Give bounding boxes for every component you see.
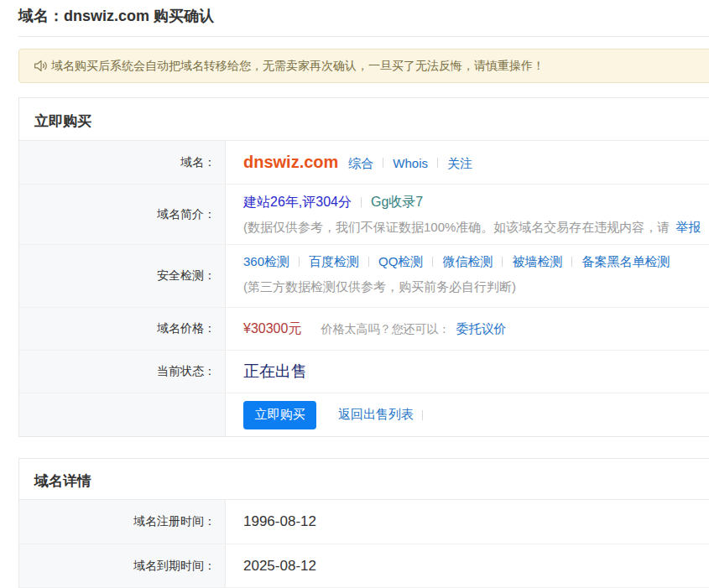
separator: [361, 197, 362, 207]
expire-date-value: 2025-08-12: [243, 558, 316, 575]
separator: [383, 158, 383, 168]
status-row: 当前状态： 正在出售: [19, 350, 709, 393]
register-date-value: 1996-08-12: [243, 513, 316, 530]
check-360-link[interactable]: 360检测: [243, 249, 289, 274]
speaker-icon: [34, 60, 48, 72]
check-icp-blacklist-link[interactable]: 备案黑名单检测: [581, 249, 670, 274]
price-hint: 价格太高吗？您还可以：: [321, 316, 450, 341]
expire-date-row: 域名到期时间： 2025-08-12: [19, 544, 709, 587]
status-label: 当前状态：: [19, 351, 226, 393]
intro-row: 域名简介： 建站26年,评304分 Gg收录7 (数据仅供参考，我们不保证数据1…: [19, 184, 709, 244]
check-gfw-link[interactable]: 被墙检测: [512, 249, 562, 274]
title-divider: [18, 36, 709, 37]
domain-row: 域名： dnswiz.com 综合 Whois 关注: [19, 141, 709, 184]
site-age-link[interactable]: 建站26年,评304分: [243, 190, 352, 215]
separator: [422, 410, 423, 420]
price-value: ¥30300元: [243, 316, 301, 341]
separator: [502, 257, 503, 267]
report-link[interactable]: 举报: [675, 215, 701, 240]
separator: [571, 257, 572, 267]
whois-link[interactable]: Whois: [393, 151, 428, 176]
intro-note: (数据仅供参考，我们不保证数据100%准确。如该域名交易存在违规内容，请: [243, 215, 670, 240]
separator: [368, 257, 369, 267]
check-baidu-link[interactable]: 百度检测: [309, 249, 359, 274]
negotiate-link[interactable]: 委托议价: [456, 316, 506, 341]
register-date-label: 域名注册时间：: [19, 500, 226, 544]
separator: [437, 158, 438, 168]
buy-card-title: 立即购买: [19, 98, 709, 141]
security-note: (第三方数据检测仅供参考，购买前务必自行判断): [243, 274, 516, 299]
follow-link[interactable]: 关注: [447, 151, 472, 176]
price-row: 域名价格： ¥30300元 价格太高吗？您还可以： 委托议价: [19, 307, 709, 350]
notice-bar: 域名购买后系统会自动把域名转移给您，无需卖家再次确认，一旦买了无法反悔，请慎重操…: [18, 49, 709, 83]
check-qq-link[interactable]: QQ检测: [378, 249, 423, 274]
domain-name: dnswiz.com: [243, 149, 338, 174]
buy-card: 立即购买 域名： dnswiz.com 综合 Whois 关注 域名简介： 建站…: [18, 97, 709, 437]
domain-label: 域名：: [19, 141, 226, 184]
gg-included-link[interactable]: Gg收录7: [371, 190, 423, 215]
actions-row: 立即购买 返回出售列表: [19, 393, 709, 436]
register-date-row: 域名注册时间： 1996-08-12: [19, 500, 709, 544]
actions-label-spacer: [19, 393, 226, 436]
check-wechat-link[interactable]: 微信检测: [442, 249, 493, 274]
page: 域名：dnswiz.com 购买确认 域名购买后系统会自动把域名转移给您，无需卖…: [0, 0, 709, 588]
separator: [432, 257, 433, 267]
back-to-list-link[interactable]: 返回出售列表: [338, 407, 414, 423]
separator: [299, 257, 300, 267]
price-label: 域名价格：: [19, 308, 226, 350]
page-title: 域名：dnswiz.com 购买确认: [18, 0, 709, 25]
security-row: 安全检测： 360检测 百度检测 QQ检测 微信检测 被墙检测 备案黑名单检测 …: [19, 244, 709, 307]
notice-text: 域名购买后系统会自动把域名转移给您，无需卖家再次确认，一旦买了无法反悔，请慎重操…: [51, 59, 545, 74]
intro-label: 域名简介：: [19, 185, 226, 244]
security-label: 安全检测：: [19, 245, 226, 307]
buy-now-button[interactable]: 立即购买: [243, 401, 316, 429]
composite-link[interactable]: 综合: [348, 151, 373, 176]
status-value: 正在出售: [243, 361, 307, 382]
detail-card: 域名详情 域名注册时间： 1996-08-12 域名到期时间： 2025-08-…: [18, 458, 709, 588]
expire-date-label: 域名到期时间：: [19, 544, 226, 587]
detail-card-title: 域名详情: [19, 459, 709, 500]
